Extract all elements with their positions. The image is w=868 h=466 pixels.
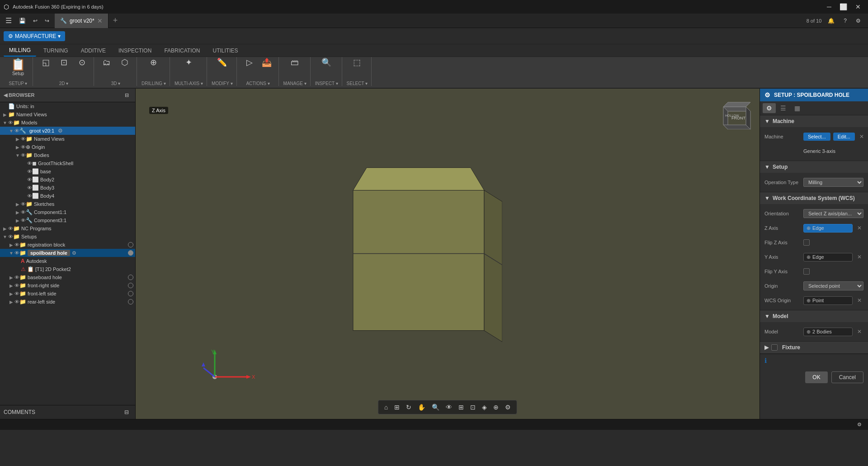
vp-btn-home[interactable]: ⌂ [382, 402, 390, 412]
notification-button[interactable]: 🔔 [825, 16, 837, 26]
ribbon-btn-setup[interactable]: 📋 Setup [7, 57, 29, 77]
tab-turning[interactable]: TURNING [38, 45, 74, 57]
origin-select[interactable]: Selected point [803, 281, 863, 290]
tree-item-autodesk[interactable]: A Autodesk [0, 257, 135, 265]
close-button[interactable]: ✕ [852, 2, 864, 11]
z-axis-field[interactable]: ⊕ Edge [803, 224, 853, 233]
tree-item-origin[interactable]: ▶ 👁 ⊕ Origin [0, 143, 135, 151]
vp-btn-view[interactable]: 👁 [443, 402, 454, 412]
vp-btn-pan[interactable]: ✋ [415, 402, 428, 412]
ribbon-btn-post[interactable]: 📤 [259, 57, 275, 68]
save-button[interactable]: 💾 [16, 16, 28, 26]
tree-item-registration-block[interactable]: ▶ 👁 📁 registration block [0, 241, 135, 249]
minimize-button[interactable]: ─ [823, 2, 835, 11]
fixture-enable-checkbox[interactable] [771, 344, 778, 351]
machine-clear-button[interactable]: ✕ [858, 133, 866, 141]
tree-item-units[interactable]: 📄 Units: in [0, 102, 135, 110]
tab-milling[interactable]: MILLING [4, 45, 36, 57]
ribbon-btn-2d-pocket[interactable]: ⊡ [56, 57, 72, 68]
help-button[interactable]: ? [841, 16, 849, 26]
comments-collapse-button[interactable]: ⊟ [122, 407, 132, 417]
panel-section-setup-header[interactable]: ▼ Setup [760, 161, 868, 173]
statusbar-settings-button[interactable]: ⚙ [854, 420, 864, 429]
tree-item-named-views-top[interactable]: ▶ 📁 Named Views [0, 110, 135, 119]
panel-section-machine-header[interactable]: ▼ Machine [760, 115, 868, 127]
machine-select-button[interactable]: Select... [803, 133, 830, 141]
vp-btn-orbit[interactable]: ↻ [404, 402, 414, 412]
model-field[interactable]: ⊕ 2 Bodies [803, 328, 853, 336]
tree-item-named-views[interactable]: ▶ 👁 📁 Named Views [0, 135, 135, 143]
vp-btn-zoom[interactable]: 🔍 [429, 402, 442, 412]
orientation-select[interactable]: Select Z axis/plan... [803, 209, 863, 218]
settings-button[interactable]: ⚙ [853, 16, 863, 26]
tree-item-front-left[interactable]: ▶ 👁 📁 front-left side [0, 290, 135, 298]
tab-close-icon[interactable]: ✕ [97, 17, 103, 24]
tree-item-bodies[interactable]: ▼ 👁 📁 Bodies [0, 151, 135, 159]
tree-item-component1[interactable]: ▶ 👁 🔧 Component1:1 [0, 208, 135, 216]
tree-item-groot[interactable]: ▼ 👁 🔧 groot v20:1 ⚙ [0, 127, 135, 135]
ribbon-btn-manage[interactable]: 🗃 [287, 57, 303, 68]
panel-tab-list[interactable]: ☰ [777, 103, 790, 113]
y-axis-clear-button[interactable]: ✕ [855, 253, 863, 261]
machine-edit-button[interactable]: Edit... [833, 133, 855, 141]
manufacture-button[interactable]: ⚙ MANUFACTURE ▾ [4, 31, 65, 41]
ribbon-btn-simulate[interactable]: ▷ [241, 57, 258, 68]
wcs-origin-field[interactable]: ⊕ Point [803, 296, 853, 305]
tab-fabrication[interactable]: FABRICATION [159, 45, 205, 57]
ribbon-btn-3d-adaptive[interactable]: 🗂 [99, 57, 115, 68]
tree-item-front-right[interactable]: ▶ 👁 📁 front-right side [0, 281, 135, 290]
browser-collapse-button[interactable]: ⊟ [122, 90, 132, 100]
vp-btn-section[interactable]: ⊕ [491, 402, 501, 412]
panel-tab-table[interactable]: ▦ [791, 103, 804, 113]
tree-item-component3[interactable]: ▶ 👁 🔧 Component3:1 [0, 216, 135, 224]
tree-item-rear-left[interactable]: ▶ 👁 📁 rear-left side [0, 298, 135, 306]
tree-item-nc-programs[interactable]: ▶ 👁 📁 NC Programs [0, 224, 135, 233]
tree-item-body2[interactable]: 👁 ⬜ Body2 [0, 176, 135, 184]
vp-btn-fit[interactable]: ⊞ [392, 402, 402, 412]
z-axis-clear-button[interactable]: ✕ [855, 224, 863, 232]
new-tab-button[interactable]: + [108, 16, 123, 25]
tree-item-groot-thick-shell[interactable]: 👁 ◼ GrootThickShell [0, 159, 135, 167]
menu-button[interactable]: ☰ [3, 14, 14, 27]
panel-section-model-header[interactable]: ▼ Model [760, 310, 868, 322]
ribbon-btn-select[interactable]: ⬚ [349, 57, 365, 68]
ribbon-btn-inspect[interactable]: 🔍 [318, 57, 335, 68]
tree-item-models[interactable]: ▼ 👁 📁 Models [0, 119, 135, 127]
tab-additive[interactable]: ADDITIVE [75, 45, 111, 57]
maximize-button[interactable]: ⬜ [836, 2, 851, 11]
tab-inspection[interactable]: INSPECTION [113, 45, 157, 57]
view-cube[interactable]: FRONT HOLLOW [719, 93, 755, 129]
vp-btn-render[interactable]: ◈ [480, 402, 489, 412]
active-tab[interactable]: 🔧 groot v20* ✕ [55, 14, 108, 28]
tree-item-spoilboard-hole[interactable]: ▼ 👁 📁 spoilboard hole ⚙ [0, 249, 135, 257]
panel-section-fixture-header[interactable]: ▶ Fixture [760, 342, 868, 353]
cancel-button[interactable]: Cancel [831, 371, 863, 383]
tree-item-2d-pocket[interactable]: ⚠ 📋 [T1] 2D Pocket2 [0, 265, 135, 273]
tree-item-setups[interactable]: ▼ 👁 📁 Setups [0, 233, 135, 241]
y-axis-field[interactable]: ⊕ Edge [803, 253, 853, 262]
wcs-origin-clear-button[interactable]: ✕ [855, 296, 863, 304]
ribbon-btn-drilling[interactable]: ⊕ [146, 57, 162, 68]
operation-type-select[interactable]: Milling [803, 178, 863, 187]
tree-item-sketches[interactable]: ▶ 👁 📁 Sketches [0, 200, 135, 208]
undo-button[interactable]: ↩ [30, 16, 40, 26]
vp-btn-more[interactable]: ⚙ [503, 402, 513, 412]
tree-item-body3[interactable]: 👁 ⬜ Body3 [0, 184, 135, 192]
vp-btn-grid[interactable]: ⊞ [456, 402, 466, 412]
vp-btn-snap[interactable]: ⊡ [468, 402, 478, 412]
ribbon-btn-3d-pocket[interactable]: ⬡ [117, 57, 133, 68]
model-clear-button[interactable]: ✕ [855, 328, 863, 336]
viewport[interactable]: Z Axis X Y [136, 89, 760, 419]
tree-item-body4[interactable]: 👁 ⬜ Body4 [0, 192, 135, 200]
ok-button[interactable]: OK [805, 371, 827, 383]
ribbon-btn-multiaxis[interactable]: ✦ [180, 57, 197, 68]
flip-y-checkbox[interactable] [803, 268, 810, 275]
tree-item-base[interactable]: 👁 ⬜ base [0, 167, 135, 176]
tree-item-baseboard-hole[interactable]: ▶ 👁 📁 baseboard hole [0, 273, 135, 281]
flip-z-checkbox[interactable] [803, 239, 810, 246]
tab-utilities[interactable]: UTILITIES [208, 45, 244, 57]
panel-tab-setup[interactable]: ⚙ [763, 103, 776, 113]
ribbon-btn-modify[interactable]: ✏️ [214, 57, 230, 68]
panel-section-wcs-header[interactable]: ▼ Work Coordinate System (WCS) [760, 192, 868, 204]
ribbon-btn-2d-bore[interactable]: ⊙ [74, 57, 90, 68]
